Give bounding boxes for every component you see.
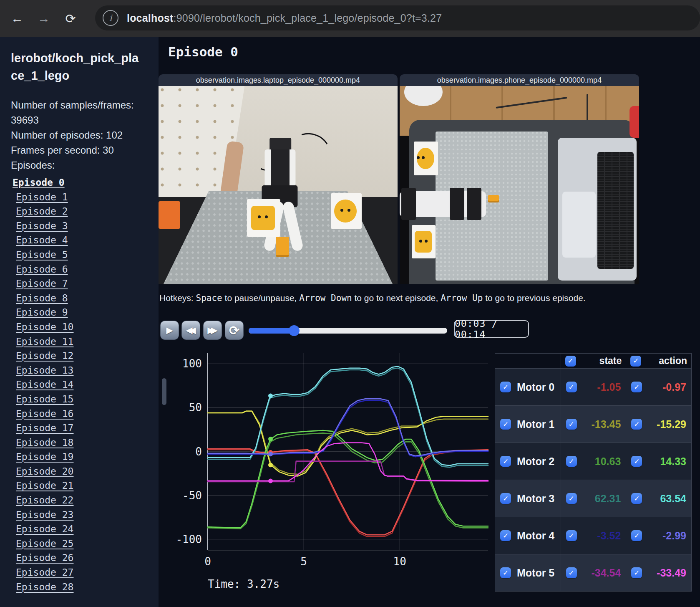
svg-text:5: 5: [300, 555, 307, 568]
episode-link[interactable]: Episode 19: [11, 450, 159, 464]
episode-link[interactable]: Episode 26: [11, 551, 159, 565]
episode-link[interactable]: Episode 17: [11, 421, 159, 435]
motor-action-value: 63.54: [660, 493, 686, 505]
motor-checkbox[interactable]: ✓: [500, 456, 511, 467]
motor-state-checkbox[interactable]: ✓: [566, 456, 577, 467]
laptop-trackpad: [562, 192, 596, 257]
episode-link[interactable]: Episode 6: [11, 262, 159, 277]
action-column-checkbox[interactable]: ✓: [630, 356, 641, 367]
episode-link[interactable]: Episode 16: [11, 407, 159, 421]
episode-link[interactable]: Episode 3: [11, 219, 159, 233]
motor-action-checkbox[interactable]: ✓: [631, 382, 642, 392]
motor-action-value: -15.29: [657, 418, 686, 430]
motor-row: ✓Motor 1 ✓-13.45 ✓-15.29: [495, 406, 692, 443]
hugging-face-sticker-box: [331, 193, 362, 229]
panda-sticker-box: [247, 199, 280, 237]
episode-link[interactable]: Episode 18: [11, 435, 159, 450]
motor-checkbox[interactable]: ✓: [500, 419, 511, 430]
motor-action-value: -33.49: [657, 567, 686, 579]
episode-link[interactable]: Episode 12: [11, 349, 159, 363]
video-panel-laptop: observation.images.laptop_episode_000000…: [159, 74, 398, 284]
svg-text:-100: -100: [176, 533, 202, 546]
episode-link[interactable]: Episode 20: [11, 464, 159, 479]
reload-button[interactable]: ⟳: [61, 9, 80, 28]
episode-link[interactable]: Episode 27: [11, 565, 159, 580]
orange-lego-brick-top: [488, 195, 499, 202]
motor-action-checkbox[interactable]: ✓: [631, 530, 642, 541]
episode-link[interactable]: Episode 9: [11, 305, 159, 320]
motor-state-value: -34.54: [591, 567, 621, 579]
motor-state-checkbox[interactable]: ✓: [566, 382, 577, 392]
episode-list: Episode 0Episode 1Episode 2Episode 3Epis…: [11, 175, 159, 594]
episode-link[interactable]: Episode 10: [11, 320, 159, 334]
svg-text:0: 0: [195, 445, 202, 458]
svg-text:50: 50: [189, 401, 202, 414]
motor-action-value: -0.97: [662, 381, 686, 393]
header-state-cell: ✓state: [561, 354, 626, 369]
motor-action-checkbox[interactable]: ✓: [631, 456, 642, 467]
episode-link[interactable]: Episode 8: [11, 291, 159, 306]
motor-label: Motor 5: [517, 567, 554, 579]
motor-state-checkbox[interactable]: ✓: [566, 530, 577, 541]
episode-link[interactable]: Episode 5: [11, 248, 159, 262]
back-button[interactable]: ←: [8, 9, 27, 28]
episode-link[interactable]: Episode 11: [11, 334, 159, 349]
episode-link[interactable]: Episode 4: [11, 233, 159, 248]
episode-link[interactable]: Episode 14: [11, 377, 159, 392]
motor-checkbox[interactable]: ✓: [500, 382, 511, 392]
motor-chart: 100500-50-1000510 Time: 3.27s: [159, 329, 497, 604]
motor-state-value: -1.05: [597, 381, 621, 393]
reload-icon: ⟳: [65, 11, 76, 26]
key-arrow-down: Arrow Down: [299, 293, 352, 303]
episode-link[interactable]: Episode 1: [11, 190, 159, 205]
episode-link[interactable]: Episode 13: [11, 363, 159, 378]
episode-link[interactable]: Episode 2: [11, 204, 159, 219]
svg-text:100: 100: [182, 357, 202, 370]
orange-lego-brick: [276, 237, 289, 257]
video-laptop-camera[interactable]: [159, 86, 398, 284]
chart-time-label: Time: 3.27s: [208, 578, 279, 590]
state-column-checkbox[interactable]: ✓: [565, 356, 576, 367]
robot-arm-body: [264, 149, 295, 186]
forward-icon: →: [38, 11, 50, 25]
episode-link[interactable]: Episode 0: [11, 175, 159, 190]
video-panel-phone: observation.images.phone_episode_000000.…: [400, 74, 639, 284]
episode-link[interactable]: Episode 23: [11, 508, 159, 522]
key-space: Space: [196, 293, 222, 303]
svg-text:10: 10: [393, 555, 406, 568]
motor-action-checkbox[interactable]: ✓: [631, 493, 642, 504]
motor-state-checkbox[interactable]: ✓: [566, 419, 577, 430]
episode-link[interactable]: Episode 25: [11, 536, 159, 551]
url-bar[interactable]: i localhost:9090/lerobot/koch_pick_place…: [95, 5, 700, 30]
episode-link[interactable]: Episode 7: [11, 276, 159, 291]
site-info-icon[interactable]: i: [103, 10, 118, 26]
forward-button[interactable]: →: [34, 9, 53, 28]
header-empty-cell: [495, 354, 561, 369]
video-title-laptop: observation.images.laptop_episode_000000…: [159, 74, 398, 86]
motor-label: Motor 2: [517, 455, 554, 468]
episode-link[interactable]: Episode 15: [11, 392, 159, 407]
key-arrow-up: Arrow Up: [441, 293, 483, 303]
episode-link[interactable]: Episode 21: [11, 478, 159, 493]
motor-state-value: -3.52: [597, 530, 621, 542]
motor-action-checkbox[interactable]: ✓: [631, 419, 642, 430]
motor-checkbox[interactable]: ✓: [500, 493, 511, 504]
motor-row: ✓Motor 3 ✓62.31 ✓63.54: [495, 480, 692, 517]
episode-link[interactable]: Episode 28: [11, 580, 159, 594]
motor-checkbox[interactable]: ✓: [500, 530, 511, 541]
motor-action-checkbox[interactable]: ✓: [631, 567, 642, 578]
motor-label: Motor 1: [517, 418, 554, 430]
motor-row: ✓Motor 0 ✓-1.05 ✓-0.97: [495, 369, 692, 406]
url-text: localhost:9090/lerobot/koch_pick_place_1…: [127, 12, 442, 24]
motor-checkbox[interactable]: ✓: [500, 567, 511, 578]
motor-state-value: 62.31: [595, 493, 621, 505]
state-column-label: state: [599, 355, 622, 367]
orange-clamp: [159, 201, 180, 229]
motor-state-checkbox[interactable]: ✓: [566, 493, 577, 504]
sticker-box-bottom: [412, 225, 436, 259]
episode-link[interactable]: Episode 24: [11, 522, 159, 536]
episode-link[interactable]: Episode 22: [11, 493, 159, 508]
video-phone-camera[interactable]: [400, 86, 639, 284]
motor-state-checkbox[interactable]: ✓: [566, 567, 577, 578]
dataset-title: lerobot/koch_pick_place_1_lego: [11, 49, 140, 84]
